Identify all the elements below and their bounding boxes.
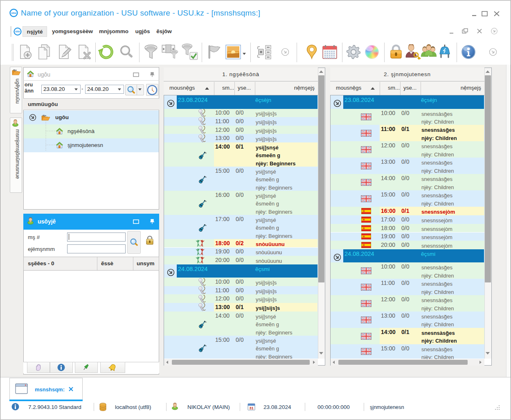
svg-text:31: 31 [249, 406, 254, 410]
svg-text:usu: usu [15, 30, 20, 33]
svg-text:usu: usu [11, 11, 16, 14]
